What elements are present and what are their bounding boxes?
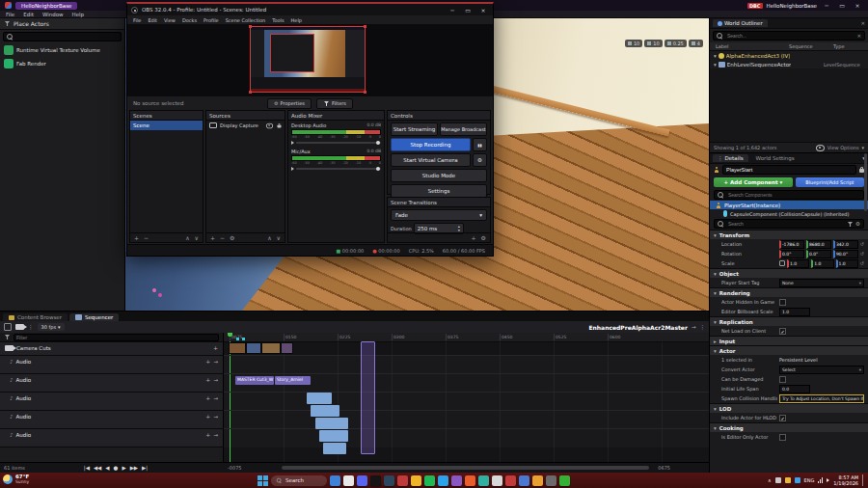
- obs-preview-canvas[interactable]: [250, 26, 366, 93]
- pause-recording-button[interactable]: ▮▮: [473, 138, 487, 151]
- axis-value-z[interactable]: 90.0°: [833, 250, 858, 258]
- axis-value-z[interactable]: 1.0: [836, 259, 858, 268]
- add-section-icon[interactable]: +: [205, 413, 210, 420]
- add-section-icon[interactable]: +: [205, 376, 210, 383]
- spinner-arrows-icon[interactable]: ▴▾: [458, 225, 460, 232]
- outliner-search-input[interactable]: [725, 32, 854, 40]
- manage-broadcast-button[interactable]: Manage Broadcast: [440, 122, 487, 136]
- studio-mode-button[interactable]: Studio Mode: [391, 169, 487, 182]
- section-header-cooking[interactable]: ▾Cooking: [710, 422, 868, 432]
- place-actor-item-runtime-virtual-texture-volume[interactable]: Runtime Virtual Texture Volume: [0, 43, 124, 57]
- selection-handle[interactable]: [249, 25, 252, 28]
- audio-mixer-header[interactable]: Audio Mixer: [288, 111, 384, 121]
- taskbar-app-icon-5[interactable]: [384, 475, 394, 486]
- obs-menu-item-profile[interactable]: Profile: [203, 17, 219, 23]
- move-down-icon[interactable]: ∨: [195, 234, 199, 241]
- taskbar-app-icon-4[interactable]: [370, 475, 381, 486]
- tab-content-browser[interactable]: Content Browser: [3, 313, 68, 321]
- checkbox-actor-hidden-in-game[interactable]: [779, 299, 786, 306]
- camera-cut-thumbnail[interactable]: [246, 342, 261, 354]
- show-desktop-button[interactable]: [862, 474, 865, 486]
- menu-item-file[interactable]: File: [6, 12, 14, 17]
- outliner-row-alphaenhancedact3-iv[interactable]: ▾AlphaEnhancedAct3 (IV): [710, 51, 868, 60]
- add-section-icon[interactable]: +: [205, 394, 210, 401]
- scene-transitions-header[interactable]: Scene Transitions: [388, 198, 490, 207]
- outliner-column-label[interactable]: Label: [716, 43, 789, 49]
- track-audio-5[interactable]: ♪Audio+→: [0, 429, 223, 447]
- transport-button[interactable]: ▶▶: [130, 465, 138, 471]
- maximize-button[interactable]: ▭: [836, 2, 848, 9]
- track-filter-input[interactable]: [14, 334, 219, 341]
- add-source-icon[interactable]: +: [210, 234, 215, 241]
- tray-chevron-icon[interactable]: ∧: [768, 477, 772, 483]
- track-audio-3[interactable]: ♪Audio+→: [0, 393, 223, 411]
- remove-scene-icon[interactable]: −: [144, 234, 149, 241]
- start-button[interactable]: [257, 474, 268, 486]
- value-input[interactable]: 1.0: [779, 308, 810, 316]
- track-audio-2[interactable]: ♪Audio+→: [0, 374, 223, 393]
- snap-chip-2[interactable]: 0.25: [665, 40, 687, 47]
- filter-icon[interactable]: [848, 221, 854, 227]
- tab-world-outliner[interactable]: World Outliner: [713, 19, 768, 27]
- sequencer-menu-icon[interactable]: ⋮: [700, 324, 706, 330]
- gear-icon[interactable]: ⚙: [855, 221, 860, 227]
- selection-handle[interactable]: [364, 25, 366, 28]
- section-header-rendering[interactable]: ▾Rendering: [710, 287, 868, 297]
- obs-menu-item-edit[interactable]: Edit: [148, 17, 157, 23]
- obs-menu-item-file[interactable]: File: [133, 17, 141, 23]
- move-up-icon[interactable]: ∧: [267, 234, 271, 241]
- source-item-display-capture[interactable]: Display Capture: [206, 121, 285, 130]
- axis-value-x[interactable]: -1786.0: [779, 240, 804, 249]
- slider-handle[interactable]: [376, 141, 380, 145]
- taskbar-app-icon-3[interactable]: [357, 475, 367, 486]
- taskbar-app-icon-17[interactable]: [546, 475, 556, 486]
- section-header-lod[interactable]: ▾LOD: [710, 403, 868, 413]
- sequencer-clip[interactable]: [319, 430, 348, 442]
- tray-app-icon[interactable]: [785, 477, 791, 483]
- outliner-column-sequence[interactable]: Sequence: [789, 43, 833, 49]
- checkbox-can-be-damaged[interactable]: [779, 376, 786, 383]
- properties-button[interactable]: ⚙ Properties: [267, 98, 312, 109]
- close-icon[interactable]: ×: [860, 20, 865, 26]
- checkbox-include-actor-for-hlod-mesh[interactable]: ✓: [779, 415, 786, 421]
- tab-world-settings[interactable]: World Settings: [751, 154, 800, 162]
- tray-app-icon[interactable]: [795, 477, 800, 483]
- sequencer-clip[interactable]: [323, 443, 346, 454]
- reset-icon[interactable]: ↺: [860, 260, 864, 266]
- place-actor-item-fab-render[interactable]: Fab Render: [0, 57, 124, 70]
- volume-slider[interactable]: [296, 142, 381, 144]
- scene-item-scene[interactable]: Scene: [130, 121, 203, 130]
- taskbar-app-icon-14[interactable]: [505, 475, 516, 486]
- sources-header[interactable]: Sources: [206, 111, 285, 121]
- taskbar-app-icon-16[interactable]: [532, 475, 543, 486]
- timeline-lanes[interactable]: MASTER Cut3_WStory_Arniel: [224, 341, 709, 463]
- speaker-icon[interactable]: [291, 141, 294, 145]
- checkbox-is-editor-only-actor[interactable]: [779, 434, 786, 441]
- camera-cut-thumbnail[interactable]: [281, 342, 293, 354]
- taskbar-app-icon-1[interactable]: [330, 475, 340, 486]
- fps-selector[interactable]: 30 fps ▾: [38, 323, 65, 331]
- source-properties-icon[interactable]: ⚙: [230, 234, 234, 241]
- component-tree-row-playerstart-instance[interactable]: PlayerStart(Instance): [710, 201, 868, 209]
- camera-cut-thumbnail[interactable]: [229, 342, 246, 354]
- move-down-icon[interactable]: ∨: [277, 234, 281, 241]
- stop-recording-button[interactable]: Stop Recording: [391, 138, 471, 151]
- selection-handle[interactable]: [249, 91, 252, 94]
- move-up-icon[interactable]: ∧: [185, 234, 189, 241]
- reset-icon[interactable]: ↺: [860, 251, 864, 257]
- minimize-button[interactable]: ─: [821, 2, 832, 9]
- taskbar-app-icon-9[interactable]: [438, 475, 448, 486]
- taskbar-app-icon-10[interactable]: [451, 475, 462, 486]
- more-options-icon[interactable]: ⋮: [28, 324, 34, 330]
- search-components-box[interactable]: [714, 190, 864, 200]
- actor-name-field[interactable]: [722, 165, 856, 175]
- tab-sequencer[interactable]: Sequencer: [69, 313, 119, 321]
- expand-arrow-icon[interactable]: →: [213, 432, 218, 438]
- add-section-icon[interactable]: +: [205, 431, 210, 438]
- expand-arrow-icon[interactable]: →: [213, 395, 218, 401]
- sequencer-clip[interactable]: Story_Arniel: [275, 376, 311, 385]
- save-icon[interactable]: [4, 323, 12, 331]
- network-icon[interactable]: [818, 477, 823, 483]
- start-virtual-camera-button[interactable]: Start Virtual Camera: [391, 153, 471, 167]
- dropdown-spawn-collision-handling-met[interactable]: Try To Adjust Location, Don't Spawn If S…: [779, 394, 864, 403]
